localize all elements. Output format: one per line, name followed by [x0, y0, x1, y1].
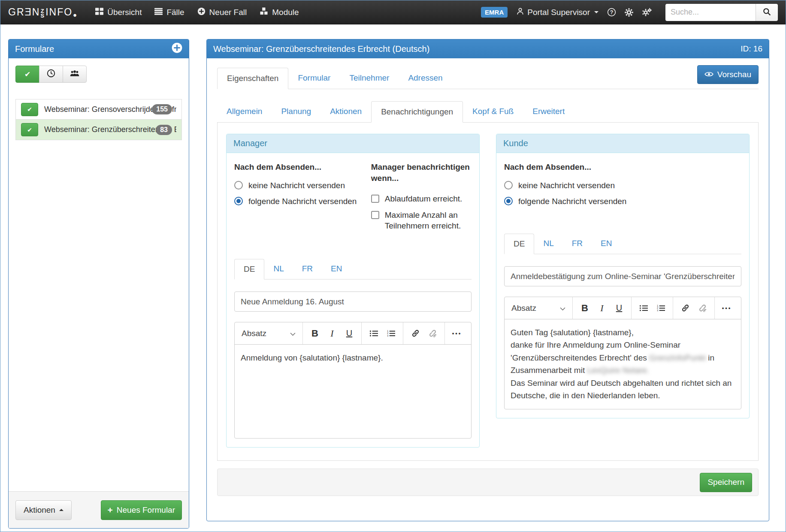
nav-item-neuer-fall[interactable]: Neuer Fall	[191, 0, 254, 24]
langtab-de[interactable]: DE	[504, 234, 534, 254]
tab-teilnehmer[interactable]: Teilnehmer	[340, 68, 399, 89]
navbar: GRƎNZSINFO● Übersicht Fälle Neuer Fall M…	[0, 0, 786, 24]
help-icon[interactable]: ?	[607, 8, 616, 17]
message-text: Das Seminar wird auf Deutsch abgehalten …	[511, 379, 732, 400]
radio-checked-icon[interactable]	[504, 197, 513, 205]
form-list-item[interactable]: ✔ Webseminar: Grensoverschrijdend erfrec…	[15, 99, 182, 120]
gears-icon[interactable]	[642, 8, 652, 17]
langtab-nl[interactable]: NL	[534, 234, 562, 254]
underline-button[interactable]: U	[341, 325, 358, 342]
checkbox-icon[interactable]	[371, 195, 379, 203]
tab-eigenschaften[interactable]: Eigenschaften	[217, 68, 288, 89]
form-active-toggle[interactable]: ✔	[21, 103, 38, 116]
nav-item-uebersicht[interactable]: Übersicht	[89, 0, 148, 24]
bold-button[interactable]: B	[576, 300, 593, 317]
brand-text: GR	[8, 6, 25, 18]
brand-logo[interactable]: GRƎNZSINFO●	[8, 6, 78, 18]
subtab-benachrichtigungen[interactable]: Benachrichtigungen	[371, 101, 463, 123]
link-icon[interactable]	[407, 325, 424, 342]
search-button[interactable]	[756, 4, 778, 21]
unlink-icon[interactable]	[694, 300, 711, 317]
subtab-kopf-fuss[interactable]: Kopf & Fuß	[463, 101, 523, 122]
radio-label: folgende Nachricht versenden	[518, 196, 626, 207]
numbered-list-icon[interactable]: 123	[652, 300, 669, 317]
manager-subject-input[interactable]	[234, 292, 472, 312]
filter-participants-button[interactable]	[63, 66, 87, 83]
user-name: Portal Supervisor	[527, 8, 590, 17]
new-form-button[interactable]: +Neues Formular	[101, 500, 182, 520]
save-bar: Speichern	[217, 469, 759, 496]
nav-item-module[interactable]: Module	[253, 0, 305, 24]
form-active-toggle[interactable]: ✔	[21, 123, 38, 136]
langtab-nl[interactable]: NL	[264, 259, 293, 279]
nav-item-faelle[interactable]: Fälle	[148, 0, 190, 24]
eigenschaften-pane: Allgemein Planung Aktionen Benachrichtig…	[217, 101, 759, 461]
bold-button[interactable]: B	[306, 325, 323, 342]
form-filter-group: ✔	[15, 66, 87, 83]
subtab-aktionen[interactable]: Aktionen	[320, 101, 371, 122]
format-select[interactable]: Absatz	[508, 304, 569, 313]
manager-panel: Manager Nach dem Absenden... keine Nachr…	[226, 134, 480, 448]
radio-icon[interactable]	[234, 181, 243, 189]
langtab-en[interactable]: EN	[322, 259, 351, 279]
filter-archived-button[interactable]	[39, 66, 63, 83]
manager-panel-title: Manager	[227, 134, 479, 153]
subtab-planung[interactable]: Planung	[272, 101, 320, 122]
customer-subject-input[interactable]	[504, 266, 741, 286]
form-list-item-selected[interactable]: ✔ Webseminar: Grenzüberschreitendes Erbr…	[15, 120, 182, 140]
preview-button[interactable]: Vorschau	[697, 65, 759, 84]
plus-icon: +	[108, 505, 113, 514]
search-icon	[763, 8, 771, 17]
radio-no-message[interactable]: keine Nachricht versenden	[234, 180, 360, 191]
save-button[interactable]: Speichern	[700, 473, 752, 492]
radio-checked-icon[interactable]	[234, 197, 243, 205]
langtab-en[interactable]: EN	[592, 234, 621, 254]
form-list: ✔ Webseminar: Grensoverschrijdend erfrec…	[15, 99, 182, 140]
add-form-icon[interactable]	[172, 42, 182, 55]
subtab-erweitert[interactable]: Erweitert	[523, 101, 574, 122]
bullet-list-icon[interactable]	[635, 300, 652, 317]
search-input[interactable]	[665, 4, 756, 21]
subtab-allgemein[interactable]: Allgemein	[217, 101, 272, 122]
more-tools-icon[interactable]: •••	[448, 325, 466, 342]
radio-send-message[interactable]: folgende Nachricht versenden	[234, 196, 360, 207]
notify-when-heading: Manager benachrichtigen wenn...	[371, 162, 472, 183]
more-tools-icon[interactable]: •••	[718, 300, 735, 317]
redacted-organization-name: GrenzInfoPunkt	[649, 353, 706, 362]
cubes-icon	[260, 7, 268, 18]
eye-icon	[704, 70, 713, 79]
checkbox-max-participants[interactable]: Maximale Anzahl an Teilnehmern erreicht.	[371, 210, 472, 231]
langtab-fr[interactable]: FR	[563, 234, 592, 254]
radio-send-message[interactable]: folgende Nachricht versenden	[504, 196, 741, 207]
brand-text: Ǝ	[25, 6, 32, 18]
benachrichtigungen-pane: Manager Nach dem Absenden... keine Nachr…	[217, 123, 759, 461]
tab-formular[interactable]: Formular	[288, 68, 340, 89]
app-window: GRƎNZSINFO● Übersicht Fälle Neuer Fall M…	[0, 0, 786, 532]
radio-no-message[interactable]: keine Nachricht versenden	[504, 180, 741, 191]
manager-message-body[interactable]: Anmeldung von {salutation} {lastname}.	[235, 345, 471, 438]
bullet-list-icon[interactable]	[365, 325, 382, 342]
filter-active-button[interactable]: ✔	[15, 66, 39, 83]
checkbox-icon[interactable]	[371, 211, 379, 219]
link-icon[interactable]	[677, 300, 694, 317]
gear-icon[interactable]	[625, 8, 633, 17]
langtab-fr[interactable]: FR	[293, 259, 322, 279]
nav-label: Neuer Fall	[209, 8, 247, 17]
webseminar-panel-body: Vorschau Eigenschaften Formular Teilnehm…	[207, 58, 769, 521]
italic-button[interactable]: I	[323, 325, 341, 342]
customer-message-body[interactable]: Guten Tag {salutation} {lastname}, danke…	[505, 319, 741, 409]
numbered-list-icon[interactable]: 123	[382, 325, 399, 342]
italic-button[interactable]: I	[593, 300, 611, 317]
langtab-de[interactable]: DE	[234, 259, 264, 280]
radio-icon[interactable]	[504, 181, 513, 189]
actions-dropdown-button[interactable]: Aktionen	[15, 500, 72, 520]
message-text: Guten Tag {salutation} {lastname},	[511, 328, 634, 337]
svg-text:3: 3	[657, 309, 658, 312]
checkbox-expiry[interactable]: Ablaufdatum erreicht.	[371, 194, 472, 204]
user-menu[interactable]: Portal Supervisor	[516, 7, 599, 18]
unlink-icon[interactable]	[424, 325, 441, 342]
list-icon	[154, 7, 163, 18]
tab-adressen[interactable]: Adressen	[399, 68, 452, 89]
format-select[interactable]: Absatz	[238, 329, 299, 338]
underline-button[interactable]: U	[611, 300, 628, 317]
